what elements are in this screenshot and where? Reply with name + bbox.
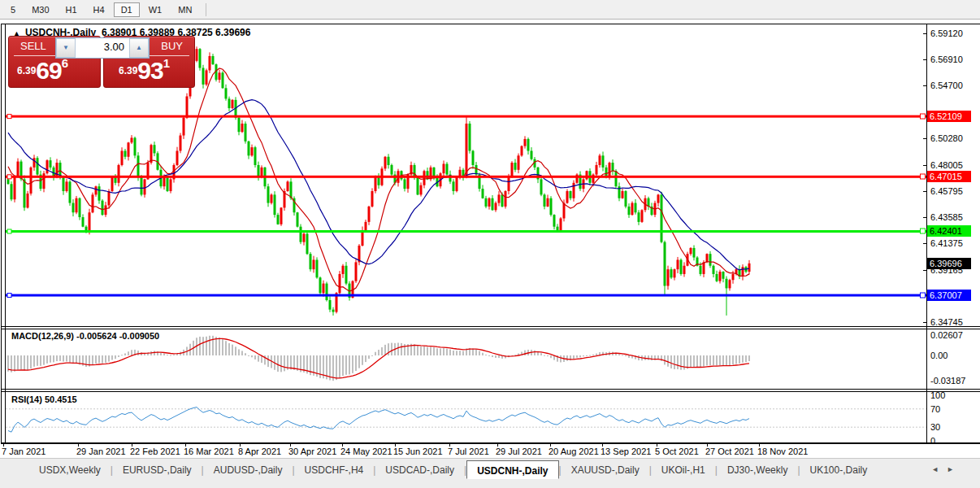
timeframe-button-d1[interactable]: D1 xyxy=(114,2,140,17)
tab-usdcaddaily[interactable]: USDCAD-,Daily xyxy=(375,461,464,479)
date-axis-label: 7 Jan 2021 xyxy=(2,447,46,456)
rsi-axis-label: 70 xyxy=(930,404,940,414)
timeframe-button-mn[interactable]: MN xyxy=(171,2,199,17)
date-axis-tick xyxy=(707,444,708,447)
symbol-tabs: USDX,Weekly|EURUSD-,Daily|AUDUSD-,Daily|… xyxy=(29,461,877,479)
tab-usdcnhdaily[interactable]: USDCNH-,Daily xyxy=(466,460,558,479)
date-axis-tick xyxy=(759,444,760,447)
hline-axis-handle[interactable] xyxy=(920,174,926,180)
date-axis-label: 20 Aug 2021 xyxy=(549,447,599,456)
price-axis-label: 6.41375 xyxy=(930,238,963,248)
macd-axis-label: 0.02607 xyxy=(930,330,963,340)
price-axis-tick xyxy=(923,33,926,34)
tab-scroll-right-icon[interactable]: ► xyxy=(947,465,962,473)
tab-uk100daily[interactable]: UK100-,Daily xyxy=(800,461,878,479)
timeframe-button-m30[interactable]: M30 xyxy=(24,2,56,17)
date-axis-label: 24 May 2021 xyxy=(340,447,392,456)
date-axis-tick xyxy=(497,444,498,447)
date-axis-label: 27 Oct 2021 xyxy=(705,447,754,456)
tab-xauusddaily[interactable]: XAUUSD-,Daily xyxy=(562,461,649,479)
trading-platform-window: { "colors": { "bull": "#f00000", "bear":… xyxy=(0,0,980,488)
tab-eurusddaily[interactable]: EURUSD-,Daily xyxy=(113,461,202,479)
date-axis-label: 18 Nov 2021 xyxy=(757,447,808,456)
volume-decrease-button[interactable]: ▼ xyxy=(56,38,76,58)
hline-price-badge: 6.52109 xyxy=(927,111,971,122)
date-axis-tick xyxy=(602,444,603,447)
price-axis-label: 6.54700 xyxy=(930,81,963,90)
tab-scroll-arrows: ◄► xyxy=(931,465,962,473)
hline-price-badge: 6.47015 xyxy=(927,171,971,182)
hline-axis-handle[interactable] xyxy=(920,114,926,120)
date-axis-tick xyxy=(550,444,551,447)
date-axis-label: 22 Feb 2021 xyxy=(130,447,180,456)
date-axis-label: 8 Apr 2021 xyxy=(238,447,281,456)
date-axis-tick xyxy=(449,444,450,447)
date-axis-label: 5 Oct 2021 xyxy=(655,447,699,456)
timeframe-toolbar: 5M30H1H4D1W1MN xyxy=(0,0,980,20)
buy-price: 6.39931 xyxy=(104,56,194,87)
price-axis-label: 6.59120 xyxy=(930,28,963,38)
tab-ukoilh1[interactable]: UKOil-,H1 xyxy=(652,461,715,479)
rsi-indicator-label: RSI(14) 50.4515 xyxy=(11,394,77,404)
price-axis-tick xyxy=(923,59,926,60)
date-axis-tick xyxy=(132,444,132,447)
date-axis-tick xyxy=(240,444,241,447)
hline-price-badge: 6.42401 xyxy=(927,225,971,237)
price-axis-label: 6.43585 xyxy=(930,212,963,222)
rsi-separator-bottom xyxy=(1,391,980,392)
hline-axis-handle[interactable] xyxy=(920,229,926,234)
date-axis-label: 7 Jul 2021 xyxy=(448,447,489,456)
tab-dj30weekly[interactable]: DJ30-,Weekly xyxy=(718,461,797,479)
rsi-axis-label: 100 xyxy=(930,390,945,400)
price-axis-tick xyxy=(923,85,926,86)
rsi-axis-label: 30 xyxy=(930,422,940,432)
tab-usdxweekly[interactable]: USDX,Weekly xyxy=(29,461,111,479)
price-axis-label: 6.56910 xyxy=(930,54,963,64)
date-axis-label: 13 Sep 2021 xyxy=(601,447,651,456)
chart-top-border xyxy=(1,24,980,24)
macd-axis-label: 0.00 xyxy=(930,351,947,360)
chart-left-border xyxy=(5,24,6,444)
price-axis-tick xyxy=(923,270,926,271)
tab-audusddaily[interactable]: AUDUSD-,Daily xyxy=(204,461,293,479)
timeframe-button-5[interactable]: 5 xyxy=(3,2,23,17)
timeframe-button-h1[interactable]: H1 xyxy=(59,2,85,17)
price-axis-label: 6.50280 xyxy=(930,133,963,143)
date-axis-tick xyxy=(342,444,343,447)
tab-usdchfh4[interactable]: USDCHF-,H4 xyxy=(295,461,374,479)
hline-price-badge: 6.37007 xyxy=(927,290,971,301)
date-axis-tick xyxy=(3,444,4,447)
window-left-border xyxy=(1,24,2,444)
price-axis-tick xyxy=(923,243,926,244)
date-axis-label: 30 Apr 2021 xyxy=(288,447,336,456)
chart-bottom-border xyxy=(1,442,980,444)
price-axis-label: 6.48005 xyxy=(930,160,963,170)
date-axis-label: 29 Jul 2021 xyxy=(496,447,542,456)
tab-scroll-left-icon[interactable]: ◄ xyxy=(931,465,947,473)
volume-stepper: ▼ 3.00 ▲ xyxy=(55,37,150,59)
date-axis-label: 15 Jun 2021 xyxy=(393,447,443,456)
timeframe-button-w1[interactable]: W1 xyxy=(141,2,170,17)
volume-increase-button[interactable]: ▲ xyxy=(129,38,149,58)
price-axis-tick xyxy=(923,138,926,139)
macd-separator-bottom xyxy=(1,329,980,329)
volume-value[interactable]: 3.00 xyxy=(76,38,129,58)
current-price-badge: 6.39696 xyxy=(927,258,971,269)
toolbar-separator xyxy=(206,3,206,16)
one-click-trade-panel: SELL 6.39696 BUY 6.39931 ▼ 3.00 ▲ xyxy=(8,36,193,86)
price-axis-label: 6.34745 xyxy=(930,317,963,327)
price-axis-tick xyxy=(923,322,926,323)
rsi-pane-chart[interactable] xyxy=(6,392,926,442)
date-axis-tick xyxy=(78,444,79,447)
sell-price: 6.39696 xyxy=(9,56,100,87)
hline-axis-handle[interactable] xyxy=(920,293,926,298)
macd-indicator-label: MACD(12,26,9) -0.005624 -0.009050 xyxy=(11,331,159,341)
date-axis-tick xyxy=(290,444,291,447)
timeframe-button-h4[interactable]: H4 xyxy=(86,2,112,17)
date-axis-tick xyxy=(185,444,186,447)
date-axis-label: 16 Mar 2021 xyxy=(184,447,234,456)
sell-price-prefix: 6.39 xyxy=(17,65,36,76)
price-axis-tick xyxy=(923,191,926,192)
price-axis-label: 6.45795 xyxy=(930,186,963,196)
rsi-axis-label: 0 xyxy=(930,436,935,446)
